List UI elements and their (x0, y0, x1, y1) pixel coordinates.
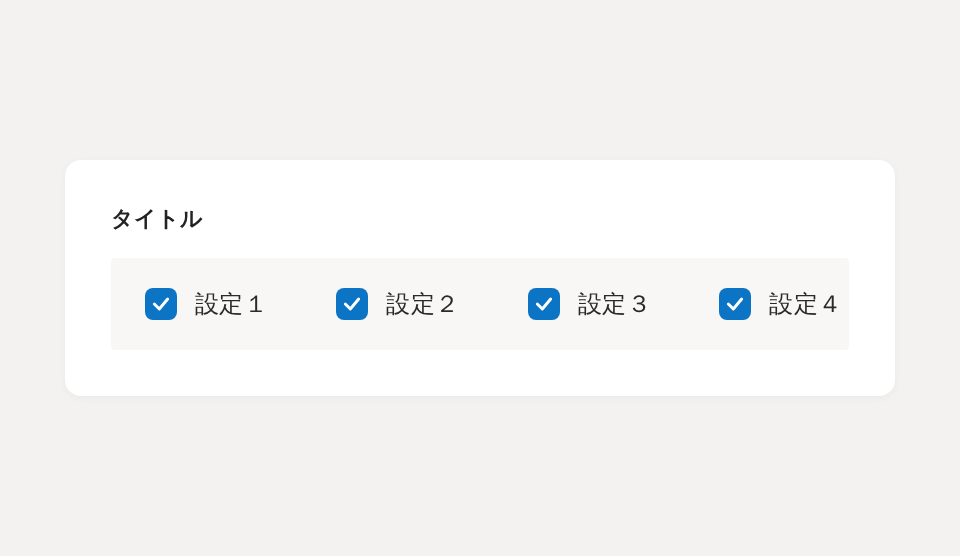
settings-card: タイトル 設定１ 設定２ 設定３ (65, 160, 895, 396)
checkbox-option-3[interactable]: 設定３ (528, 288, 651, 320)
checkbox-group: 設定１ 設定２ 設定３ 設定４ (111, 258, 849, 350)
checkbox-option-1[interactable]: 設定１ (145, 288, 268, 320)
checkbox-checked-icon (528, 288, 560, 320)
checkbox-checked-icon (336, 288, 368, 320)
checkbox-option-4[interactable]: 設定４ (719, 288, 842, 320)
checkbox-label: 設定４ (769, 288, 842, 320)
checkbox-label: 設定１ (195, 288, 268, 320)
checkbox-label: 設定２ (386, 288, 459, 320)
checkbox-label: 設定３ (578, 288, 651, 320)
checkbox-checked-icon (145, 288, 177, 320)
checkbox-checked-icon (719, 288, 751, 320)
card-title: タイトル (111, 204, 849, 234)
checkbox-option-2[interactable]: 設定２ (336, 288, 459, 320)
